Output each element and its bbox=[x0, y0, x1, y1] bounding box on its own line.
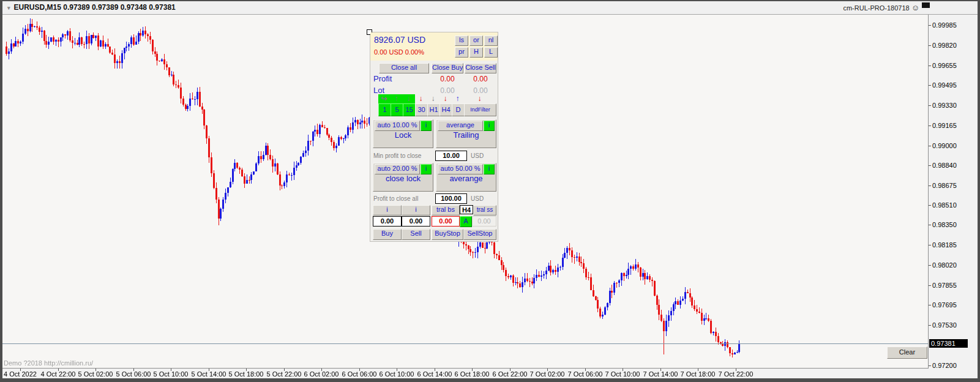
timeframe-indfilter-button[interactable]: IndFilter bbox=[464, 103, 496, 116]
price-axis-tick bbox=[929, 265, 931, 266]
symbol-ohlc-text: EURUSD,M15 0.97389 0.97389 0.97348 0.973… bbox=[14, 3, 176, 12]
profit-sell-value: 0.00 bbox=[466, 75, 495, 83]
lot-row-label: Lot bbox=[373, 86, 384, 95]
timeframe-arrow-icon: ↑ bbox=[391, 94, 402, 103]
averange-info-button[interactable]: i bbox=[484, 164, 495, 174]
price-axis-label: 0.99820 bbox=[932, 42, 957, 49]
price-axis-tick bbox=[929, 245, 931, 245]
disabled-lot-input: 0.00 bbox=[472, 216, 496, 227]
timeframe-30-button[interactable]: 30 bbox=[415, 103, 428, 116]
profit-close-all-input[interactable]: 100.00 bbox=[435, 193, 467, 204]
timeframe-arrow-icon: ↪ bbox=[378, 94, 390, 103]
profit-close-all-label: Profit to close all bbox=[373, 195, 418, 202]
sellstop-button[interactable]: SellStop bbox=[463, 229, 496, 240]
timeframe-arrow-icon: ↓ bbox=[464, 94, 495, 103]
buy-button[interactable]: Buy bbox=[373, 229, 402, 240]
price-axis-tick bbox=[929, 205, 931, 206]
info-sell-button[interactable]: i bbox=[402, 205, 430, 215]
close-lock-button[interactable]: close lock bbox=[373, 174, 433, 183]
or-button[interactable]: or bbox=[469, 36, 483, 46]
profit-buy-value: 0.00 bbox=[432, 75, 463, 83]
close-buy-button[interactable]: Close Buy bbox=[432, 63, 463, 73]
auto-close-lock-percent-button[interactable]: auto 20.00 % bbox=[375, 164, 420, 174]
chart-shift-marker[interactable] bbox=[922, 2, 930, 8]
price-axis-tick bbox=[929, 185, 931, 186]
price-axis-label: 0.97530 bbox=[932, 321, 957, 329]
close-sell-button[interactable]: Close Sell bbox=[465, 63, 496, 73]
auto-averange-percent-button[interactable]: auto 50.00 % bbox=[438, 164, 483, 174]
price-axis-label: 0.99330 bbox=[932, 102, 957, 109]
averange-mode-button[interactable]: averange bbox=[438, 121, 483, 131]
tral-ss-button[interactable]: tral ss bbox=[473, 205, 496, 215]
ls-button[interactable]: ls bbox=[455, 36, 468, 46]
price-axis-tick bbox=[929, 85, 931, 86]
l-button[interactable]: L bbox=[484, 47, 498, 58]
time-axis-label: 5 Oct 06:00 bbox=[116, 370, 151, 378]
auto-lock-percent-button[interactable]: auto 10.00 % bbox=[375, 121, 420, 131]
price-axis-tick bbox=[929, 45, 931, 46]
timeframe-15-button[interactable]: 15 bbox=[403, 103, 416, 116]
time-axis-label: 6 Oct 02:00 bbox=[304, 370, 339, 378]
averange-group: auto 50.00 % i averange bbox=[436, 163, 496, 192]
price-axis-label: 0.98840 bbox=[932, 162, 957, 169]
price-axis-tick bbox=[929, 165, 931, 166]
ea-name: cm-RUL-PRO-180718 bbox=[843, 4, 909, 12]
h-button[interactable]: H bbox=[469, 47, 483, 58]
min-profit-input[interactable]: 10.00 bbox=[435, 151, 467, 161]
time-axis-label: 6 Oct 14:00 bbox=[417, 370, 452, 378]
time-axis-label: 5 Oct 18:00 bbox=[229, 370, 264, 378]
nl-button[interactable]: nl bbox=[484, 36, 498, 46]
timeframe-arrow-icon: ↓ bbox=[440, 94, 451, 103]
tral-timeframe-box[interactable]: H4 bbox=[460, 205, 473, 214]
clear-button[interactable]: Clear bbox=[887, 346, 927, 359]
lot-sell-value: 0.00 bbox=[466, 86, 495, 95]
sell-lot-input[interactable]: 0.00 bbox=[402, 216, 430, 227]
tral-value-input[interactable]: 0.00 bbox=[432, 216, 460, 227]
time-axis-label: 7 Oct 10:00 bbox=[605, 370, 640, 378]
info-buy-button[interactable]: i bbox=[373, 205, 402, 215]
timeframe-h1-button[interactable]: H1 bbox=[427, 103, 440, 116]
lock-info-button[interactable]: i bbox=[421, 121, 432, 131]
time-axis-label: 6 Oct 22:00 bbox=[493, 370, 528, 378]
price-axis-label: 0.98020 bbox=[932, 261, 957, 269]
price-axis-tick bbox=[929, 325, 931, 326]
time-axis-label: 7 Oct 14:00 bbox=[643, 370, 678, 378]
trailing-button[interactable]: Trailing bbox=[436, 130, 496, 140]
pr-button[interactable]: pr bbox=[455, 47, 468, 58]
timeframe-1-button[interactable]: 1 bbox=[378, 103, 391, 116]
time-axis-label: 6 Oct 10:00 bbox=[380, 370, 414, 378]
auto-lot-button[interactable]: A bbox=[460, 216, 472, 227]
buy-lot-input[interactable]: 0.00 bbox=[373, 216, 402, 227]
close-lock-group: auto 20.00 % i close lock bbox=[373, 163, 433, 192]
averange-button[interactable]: averange bbox=[436, 174, 496, 183]
trailing-info-button[interactable]: i bbox=[484, 121, 495, 131]
tral-bs-button[interactable]: tral bs bbox=[432, 205, 460, 215]
price-axis-label: 0.99655 bbox=[932, 62, 957, 69]
bid-price-label: 0.97381 bbox=[929, 339, 968, 348]
sell-button[interactable]: Sell bbox=[402, 229, 430, 240]
min-profit-currency: USD bbox=[471, 152, 484, 159]
time-axis-label: 5 Oct 14:00 bbox=[192, 370, 226, 378]
timeframe-5-button[interactable]: 5 bbox=[391, 103, 403, 116]
timeframe-arrow-icon: ↓ bbox=[427, 94, 439, 103]
time-axis-label: 5 Oct 22:00 bbox=[267, 370, 302, 378]
lot-buy-value: 0.00 bbox=[432, 86, 463, 95]
buystop-button[interactable]: BuyStop bbox=[432, 229, 463, 240]
timeframe-arrow-icon: ↑ bbox=[452, 94, 463, 103]
watermark-text: Demo ?2018 http://cmillion.ru/ bbox=[4, 359, 93, 367]
lock-group: auto 10.00 % i Lock bbox=[373, 119, 433, 148]
close-all-button[interactable]: Close all bbox=[379, 63, 429, 73]
timeframe-h4-button[interactable]: H4 bbox=[440, 103, 452, 116]
time-axis-label: 7 Oct 18:00 bbox=[681, 370, 716, 378]
time-axis-label: 5 Oct 02:00 bbox=[78, 370, 113, 378]
price-axis-tick bbox=[929, 66, 931, 66]
price-axis-label: 0.98185 bbox=[932, 241, 957, 249]
lock-button[interactable]: Lock bbox=[373, 130, 433, 140]
account-balance: 8926.07 USD bbox=[374, 35, 425, 45]
time-axis-label: 5 Oct 10:00 bbox=[154, 370, 189, 378]
timeframe-d-button[interactable]: D bbox=[452, 103, 465, 116]
close-lock-info-button[interactable]: i bbox=[421, 164, 432, 174]
smiley-icon[interactable]: ☺ bbox=[911, 3, 919, 12]
price-axis-label: 0.98510 bbox=[932, 201, 957, 209]
chevron-down-icon[interactable]: ▾ bbox=[7, 5, 10, 11]
